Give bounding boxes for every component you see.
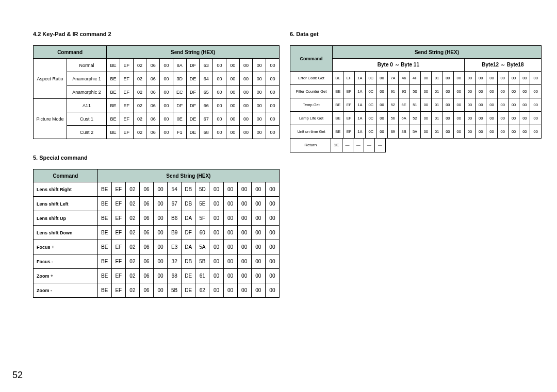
hex-cell: 00 — [223, 197, 237, 211]
hex-cell: 00 — [160, 59, 173, 72]
hex-cell: 00 — [266, 59, 280, 72]
hex-cell: 00 — [476, 98, 486, 112]
hex-cell: 00 — [154, 211, 168, 226]
command-cell: Lens shift Left — [34, 197, 98, 211]
hex-cell: 00 — [237, 197, 251, 211]
hex-cell: 00 — [486, 125, 497, 139]
hex-cell: DF — [186, 59, 200, 72]
hex-cell: 00 — [519, 72, 530, 85]
hex-cell: 00 — [251, 226, 265, 240]
hex-cell: 00 — [519, 85, 530, 98]
hex-cell: EF — [120, 59, 133, 72]
command-cell: Unit on time Get — [290, 125, 333, 139]
hex-cell: EF — [111, 269, 125, 283]
section-title-1: 4.2 Key-Pad & IR command 2 — [33, 31, 280, 37]
hex-cell: 00 — [443, 112, 453, 125]
hex-cell: 00 — [508, 98, 519, 112]
hex-cell: BE — [107, 59, 120, 72]
hex-cell: 60 — [195, 226, 209, 240]
hex-cell: 00 — [420, 72, 431, 85]
hex-cell: 6A — [399, 112, 409, 125]
hex-cell: 02 — [133, 86, 146, 99]
hex-cell: 00 — [160, 72, 173, 86]
hex-cell: 00 — [530, 72, 542, 85]
category-cell: Picture Mode — [34, 99, 67, 139]
hex-cell: 02 — [125, 211, 139, 226]
command-cell: Cust 2 — [67, 126, 106, 139]
hex-cell: EF — [343, 125, 354, 139]
hex-cell: 00 — [486, 85, 497, 98]
hex-cell: 00 — [376, 85, 387, 98]
hex-cell: DF — [186, 99, 200, 112]
hex-cell: EF — [120, 126, 133, 139]
hex-cell: 00 — [251, 254, 265, 269]
hdr-send-2: Send String (HEX) — [97, 169, 279, 182]
hex-cell: 00 — [223, 182, 237, 197]
hex-cell: EF — [111, 283, 125, 298]
hex-cell: 00 — [530, 112, 542, 125]
hex-cell: DE — [182, 269, 195, 283]
hex-cell: 00 — [464, 72, 475, 85]
hex-cell: 00 — [223, 240, 237, 254]
command-cell: A11 — [67, 99, 106, 112]
hex-cell: 00 — [154, 240, 168, 254]
category-cell: Aspect Ratio — [34, 59, 67, 99]
hex-cell: 00 — [251, 211, 265, 226]
hex-cell: B9 — [168, 226, 182, 240]
hex-cell: 67 — [168, 197, 182, 211]
page-number: 52 — [12, 370, 23, 381]
hex-cell: EF — [111, 197, 125, 211]
command-cell: Zoom - — [34, 283, 98, 298]
hex-cell: 00 — [530, 85, 542, 98]
hex-cell: EF — [120, 72, 133, 86]
command-cell: Temp Get — [290, 98, 333, 112]
hex-cell: 0C — [366, 112, 376, 125]
hex-cell: 00 — [519, 112, 530, 125]
hex-cell: BE — [97, 182, 111, 197]
hex-cell: 52 — [387, 98, 398, 112]
hex-cell: 00 — [420, 112, 431, 125]
hex-cell: EF — [343, 98, 354, 112]
hex-cell: 1E — [331, 139, 342, 152]
hex-cell: 00 — [209, 226, 223, 240]
hex-cell: 00 — [154, 182, 168, 197]
hex-cell: 01 — [431, 98, 442, 112]
hex-cell: 02 — [125, 197, 139, 211]
hex-cell: 00 — [209, 283, 223, 298]
hex-cell: 00 — [453, 112, 464, 125]
command-cell: Lens shift Up — [34, 211, 98, 226]
hex-cell: 1A — [354, 112, 365, 125]
hex-cell: EF — [120, 86, 133, 99]
hex-cell: 01 — [431, 112, 442, 125]
hex-cell: 00 — [223, 269, 237, 283]
hex-cell: 00 — [253, 59, 266, 72]
hex-cell: 00 — [486, 112, 497, 125]
hex-cell: 00 — [497, 85, 508, 98]
hex-cell: BE — [107, 112, 120, 126]
hex-cell: 00 — [265, 182, 279, 197]
hex-cell: 1A — [354, 98, 365, 112]
hex-cell: 51 — [409, 98, 420, 112]
hex-cell: 61 — [195, 269, 209, 283]
hex-cell: BE — [97, 211, 111, 226]
hex-cell: 5A — [195, 240, 209, 254]
table-return: Return 1E — — — — — [290, 139, 386, 152]
hex-cell: 00 — [508, 72, 519, 85]
hex-cell: — — [353, 139, 364, 152]
hex-cell: 65 — [200, 86, 213, 99]
hex-cell: 00 — [497, 72, 508, 85]
hex-cell: 00 — [237, 240, 251, 254]
hex-cell: 54 — [168, 182, 182, 197]
hex-cell: 00 — [209, 211, 223, 226]
hex-cell: 00 — [266, 72, 280, 86]
hex-cell: 52 — [409, 112, 420, 125]
hex-cell: 89 — [387, 125, 398, 139]
hex-cell: 06 — [146, 126, 160, 139]
hex-cell: 06 — [139, 182, 153, 197]
hex-cell: 00 — [508, 125, 519, 139]
hex-cell: 00 — [266, 126, 280, 139]
hex-cell: 00 — [497, 112, 508, 125]
hex-cell: 5F — [195, 211, 209, 226]
hex-cell: DF — [186, 86, 200, 99]
hex-cell: 00 — [443, 72, 453, 85]
